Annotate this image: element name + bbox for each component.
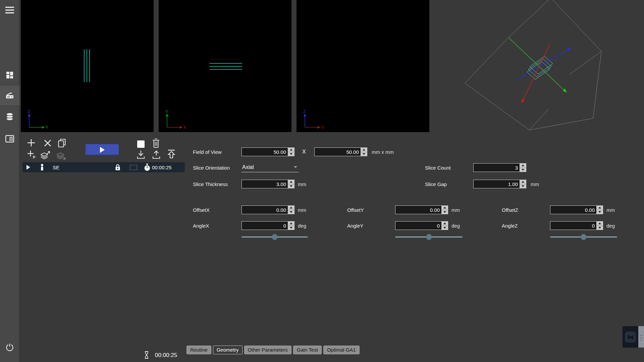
spin-up-button[interactable] bbox=[288, 206, 294, 210]
download-button[interactable] bbox=[137, 150, 145, 161]
angle-y-input[interactable] bbox=[395, 221, 441, 230]
offset-y-field bbox=[395, 205, 448, 214]
export-layers-button[interactable] bbox=[40, 150, 51, 161]
fov-height-input[interactable] bbox=[314, 147, 361, 156]
spin-down-button[interactable] bbox=[597, 210, 603, 214]
spin-up-button[interactable] bbox=[288, 148, 294, 152]
slice-thickness-input[interactable] bbox=[241, 180, 288, 188]
tab-routine[interactable]: Routine bbox=[186, 346, 211, 354]
slider-thumb[interactable] bbox=[581, 234, 587, 240]
sequence-duration: 00:00:25 bbox=[152, 165, 171, 170]
add-sub-step-button[interactable]: P bbox=[27, 150, 36, 161]
sidebar-item-scanner[interactable] bbox=[0, 85, 19, 106]
angle-z-label: AngleZ bbox=[502, 223, 518, 229]
seq-play-icon[interactable] bbox=[26, 165, 31, 170]
spin-down-button[interactable] bbox=[442, 226, 448, 230]
remove-button[interactable] bbox=[44, 139, 52, 148]
menu-button[interactable] bbox=[0, 3, 19, 17]
slice-count-input[interactable] bbox=[473, 163, 520, 172]
viewport-axial[interactable]: Z X bbox=[297, 0, 429, 132]
sidebar-item-exam-card[interactable] bbox=[0, 129, 19, 148]
sequence-row[interactable]: SE 00:00:25 bbox=[22, 162, 185, 172]
power-button[interactable] bbox=[0, 338, 19, 357]
offset-y-label: OffsetY bbox=[347, 207, 364, 213]
spin-down-button[interactable] bbox=[288, 226, 294, 230]
spin-up-button[interactable] bbox=[361, 148, 367, 152]
parameter-tabs: Routine Geometry Other Parameters Gain T… bbox=[186, 346, 360, 354]
viewport-coronal[interactable]: Y X bbox=[159, 0, 291, 132]
copy-button[interactable] bbox=[58, 138, 66, 149]
angle-z-slider[interactable] bbox=[550, 234, 617, 240]
angle-x-input[interactable] bbox=[241, 221, 288, 230]
offset-y-input[interactable] bbox=[395, 205, 441, 214]
spin-down-button[interactable] bbox=[288, 184, 294, 188]
run-sequence-button[interactable] bbox=[86, 144, 119, 155]
viewport-sagittal[interactable]: Z Y bbox=[21, 0, 154, 132]
z-axis-arrow bbox=[567, 48, 571, 51]
slider-thumb[interactable] bbox=[272, 234, 278, 240]
sidebar-item-database[interactable] bbox=[0, 107, 19, 126]
spin-down-button[interactable] bbox=[288, 152, 294, 156]
spin-down-button[interactable] bbox=[520, 168, 526, 172]
angle-x-slider[interactable] bbox=[241, 234, 308, 240]
slider-thumb[interactable] bbox=[426, 234, 432, 240]
spin-up-button[interactable] bbox=[520, 164, 526, 168]
axis-indicator: Z Y bbox=[23, 109, 54, 131]
spin-up-button[interactable] bbox=[442, 222, 448, 226]
chevron-down-icon bbox=[522, 185, 524, 187]
dashboard-icon bbox=[6, 71, 14, 79]
play-icon bbox=[100, 147, 105, 153]
sidebar-item-dashboard[interactable] bbox=[0, 66, 19, 84]
angle-z-input[interactable] bbox=[550, 221, 596, 230]
spin-up-button[interactable] bbox=[597, 206, 603, 210]
selection-region-toggle[interactable] bbox=[130, 165, 137, 170]
chevron-up-icon bbox=[598, 223, 601, 224]
slice-line bbox=[89, 49, 90, 82]
tab-optimal-ga1[interactable]: Optimal GA1 bbox=[323, 346, 360, 354]
tab-gain-test[interactable]: Gain Test bbox=[293, 346, 322, 354]
chevron-down-icon bbox=[290, 153, 292, 155]
tab-other-parameters[interactable]: Other Parameters bbox=[244, 346, 291, 354]
fov-line bbox=[210, 59, 239, 60]
lock-icon[interactable] bbox=[115, 164, 121, 171]
spin-up-button[interactable] bbox=[288, 222, 294, 226]
tab-geometry[interactable]: Geometry bbox=[213, 346, 243, 354]
upload-all-button[interactable] bbox=[166, 149, 177, 161]
slice-gap-label: Slice Gap bbox=[425, 181, 447, 187]
angle-z-field bbox=[550, 221, 603, 230]
fov-width-input[interactable] bbox=[241, 147, 288, 156]
slice-thickness-label: Slice Thickness bbox=[193, 181, 228, 187]
slice-line bbox=[210, 63, 242, 64]
add-button[interactable] bbox=[27, 138, 36, 148]
slice-line bbox=[87, 49, 87, 82]
overlay-logo-button[interactable] bbox=[625, 331, 636, 343]
sequence-name: SE bbox=[53, 165, 59, 170]
offset-x-input[interactable] bbox=[241, 205, 288, 214]
fov-height-spinner bbox=[361, 147, 367, 156]
spin-down-button[interactable] bbox=[288, 210, 294, 214]
fov-label: Field of View bbox=[193, 149, 222, 155]
delete-button[interactable] bbox=[152, 138, 160, 149]
spin-down-button[interactable] bbox=[520, 184, 526, 188]
spin-up-button[interactable] bbox=[597, 222, 603, 226]
spin-up-button[interactable] bbox=[520, 180, 526, 184]
slice-orientation-select[interactable]: Axial bbox=[241, 163, 299, 172]
hourglass-icon bbox=[144, 351, 149, 359]
view-3d[interactable] bbox=[431, 0, 644, 158]
spin-down-button[interactable] bbox=[361, 152, 367, 156]
spin-down-button[interactable] bbox=[442, 210, 448, 214]
axis-indicator: Y X bbox=[161, 109, 192, 131]
spin-up-button[interactable] bbox=[442, 206, 448, 210]
fov-unit: mm x mm bbox=[372, 149, 394, 155]
spin-up-button[interactable] bbox=[288, 180, 294, 184]
overlay-more-button[interactable] bbox=[638, 326, 644, 348]
offset-z-unit: mm bbox=[606, 207, 615, 213]
angle-y-slider[interactable] bbox=[395, 234, 463, 240]
offset-z-input[interactable] bbox=[550, 205, 596, 214]
upload-button[interactable] bbox=[152, 150, 161, 161]
stop-button[interactable] bbox=[137, 140, 145, 148]
spin-down-button[interactable] bbox=[597, 226, 603, 230]
slice-gap-input[interactable] bbox=[473, 180, 520, 188]
slice-line bbox=[84, 49, 85, 82]
sidebar bbox=[0, 0, 19, 362]
